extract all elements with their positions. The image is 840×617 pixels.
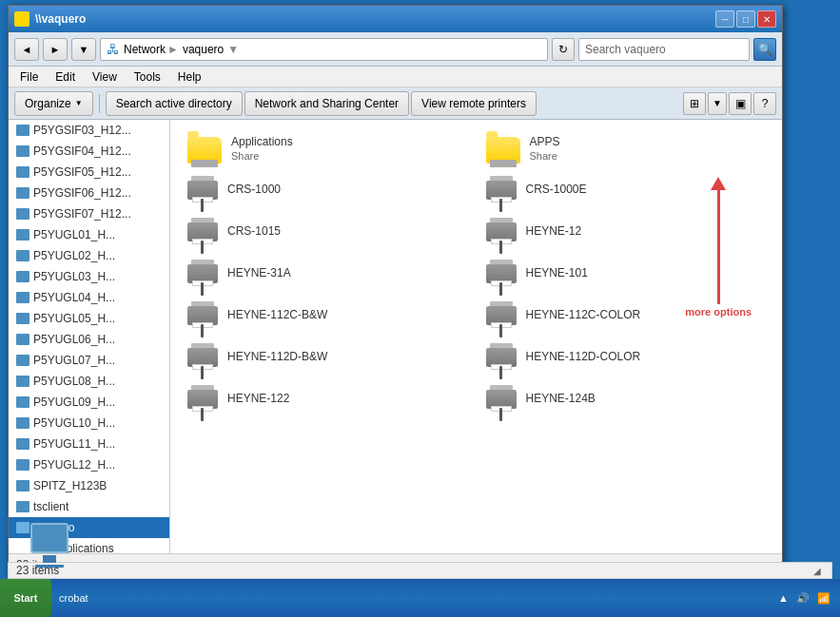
network-icon-sm [16,250,29,261]
file-item-crs-1000e[interactable]: CRS-1000E [477,169,775,211]
file-item-heyne-124b[interactable]: HEYNE-124B [477,378,775,420]
preview-pane-button[interactable]: ▣ [729,92,752,115]
printer-icon [484,176,518,204]
search-ad-label: Search active directory [116,97,232,110]
help-button[interactable]: ? [753,92,776,115]
sidebar-item-psyugl12[interactable]: P5YUGL12_H... [9,454,169,475]
file-name: CRS-1015 [227,224,281,240]
file-name: CRS-1000E [526,183,587,198]
file-item-heyne-112d-color[interactable]: HEYNE-112D-COLOR [477,337,775,378]
desktop-computer-icon [21,523,78,569]
file-name: HEYNE-112D-B&W [227,350,327,365]
file-item-heyne-31a[interactable]: HEYNE-31A [178,253,477,295]
sidebar-item-psyugl07[interactable]: P5YUGL07_H... [9,350,169,371]
sidebar-item-psyugl08[interactable]: P5YUGL08_H... [9,371,169,392]
file-grid: Applications Share APPS Share [178,127,774,420]
back-button[interactable]: ◄ [14,38,39,61]
printer-icon [484,260,518,288]
sidebar-item-tsclient[interactable]: tsclient [9,496,169,517]
address-segment-vaquero[interactable]: vaquero [183,43,224,56]
window-icon [14,11,29,27]
file-area: more options Applications Share [170,120,782,553]
start-button[interactable]: Start [0,579,51,617]
sidebar-item-psyugl02[interactable]: P5YUGL02_H... [9,245,169,266]
file-item-heyne-112d-bw[interactable]: HEYNE-112D-B&W [178,337,477,378]
sidebar-item-spitz[interactable]: SPITZ_H123B [9,475,169,496]
network-label[interactable]: Network [124,43,166,56]
network-icon-sm [16,376,29,387]
sidebar-item-psyugl05[interactable]: P5YUGL05_H... [9,308,169,329]
menu-help[interactable]: Help [170,68,209,86]
network-icon-sm [16,480,29,492]
network-icon-sm [16,438,29,450]
printer-icon [186,343,220,372]
file-item-heyne-12[interactable]: HEYNE-12 [477,211,775,253]
resize-grip[interactable]: ◢ [811,564,824,577]
printer-icon [484,218,518,246]
sidebar-item-psygsif04[interactable]: P5YGSIF04_H12... [9,141,169,162]
view-more-button[interactable]: ▼ [708,92,727,115]
file-item-crs-1000[interactable]: CRS-1000 [178,169,477,211]
sidebar-item-psygsif05[interactable]: P5YGSIF05_H12... [9,162,169,183]
network-sharing-button[interactable]: Network and Sharing Center [244,91,409,116]
address-path[interactable]: 🖧 Network ► vaquero ▼ [100,38,548,61]
file-name: HEYNE-101 [526,266,588,281]
maximize-button[interactable]: □ [736,10,755,28]
file-item-applications-share[interactable]: Applications Share [178,127,477,169]
sidebar-item-psygsif03[interactable]: P5YGSIF03_H12... [9,120,169,141]
menu-file[interactable]: File [12,68,46,86]
file-item-heyne-112c-bw[interactable]: HEYNE-112C-B&W [178,295,477,337]
taskbar: Start crobat ▲ 🔊 📶 [0,579,840,617]
printer-icon [186,218,220,246]
file-item-crs-1015[interactable]: CRS-1015 [178,211,477,253]
file-name: HEYNE-112C-B&W [227,308,327,323]
file-name: CRS-1000 [227,183,281,198]
network-icon-sm [16,208,29,220]
file-name: HEYNE-122 [227,392,289,407]
file-sublabel: Share [530,150,560,162]
organize-button[interactable]: Organize ▼ [14,91,93,116]
search-box[interactable]: Search vaquero [578,38,750,61]
close-button[interactable]: ✕ [757,10,776,28]
sidebar-item-psyugl10[interactable]: P5YUGL10_H... [9,413,169,434]
titlebar: \\vaquero ─ □ ✕ [9,6,782,32]
refresh-button[interactable]: ↻ [552,38,575,61]
sidebar-item-psyugl03[interactable]: P5YUGL03_H... [9,266,169,287]
taskbar-acrobat-item[interactable]: crobat [51,592,88,604]
forward-button[interactable]: ► [43,38,68,61]
menu-tools[interactable]: Tools [127,68,168,86]
sidebar-item-psyugl01[interactable]: P5YUGL01_H... [9,224,169,245]
search-submit-button[interactable]: 🔍 [753,38,776,61]
sidebar-item-psygsif06[interactable]: P5YGSIF06_H12... [9,183,169,203]
address-segment-network: Network ► [124,43,179,56]
sidebar-item-psyugl11[interactable]: P5YUGL11_H... [9,434,169,454]
menu-edit[interactable]: Edit [48,68,83,86]
file-item-apps-share[interactable]: APPS Share [477,127,775,169]
search-ad-button[interactable]: Search active directory [106,91,243,116]
sidebar: P5YGSIF03_H12... P5YGSIF04_H12... P5YGSI… [9,120,170,553]
sidebar-item-psyugl06[interactable]: P5YUGL06_H... [9,329,169,350]
organize-caret: ▼ [75,99,83,107]
network-icon-sm [16,417,29,429]
sidebar-item-psyugl09[interactable]: P5YUGL09_H... [9,392,169,413]
sidebar-item-psygsif07[interactable]: P5YGSIF07_H12... [9,203,169,224]
recent-locations-button[interactable]: ▼ [71,38,96,61]
remote-printers-label: View remote printers [421,97,526,110]
menu-view[interactable]: View [85,68,125,86]
file-item-heyne-101[interactable]: HEYNE-101 [477,253,775,295]
network-icon-sm [16,145,29,157]
menubar: File Edit View Tools Help [9,67,782,87]
sidebar-item-psyugl04[interactable]: P5YUGL04_H... [9,287,169,308]
network-icon-sm [16,271,29,282]
toolbar: Organize ▼ Search active directory Netwo… [9,87,782,120]
minimize-button[interactable]: ─ [715,10,734,28]
remote-printers-button[interactable]: View remote printers [411,91,537,116]
printer-icon [484,301,518,330]
file-item-heyne-122[interactable]: HEYNE-122 [178,378,477,420]
path-separator: ► [167,43,179,56]
view-tiles-button[interactable]: ⊞ [683,92,706,115]
file-name: HEYNE-112D-COLOR [526,350,641,365]
file-item-heyne-112c-color[interactable]: HEYNE-112C-COLOR [477,295,775,337]
network-icon-sm [16,229,29,241]
network-icon-sm [16,355,29,366]
